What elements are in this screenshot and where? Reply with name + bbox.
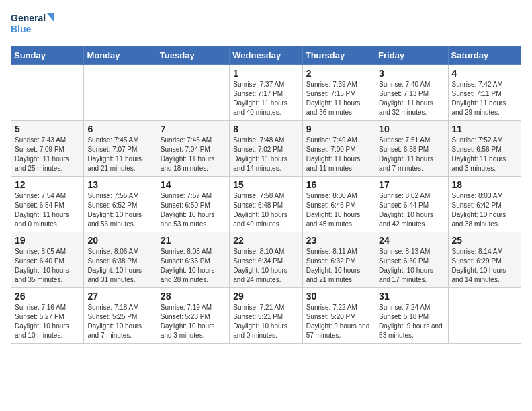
calendar-cell: 2Sunrise: 7:39 AM Sunset: 7:15 PM Daylig… [302, 65, 375, 121]
weekday-header-wednesday: Wednesday [230, 46, 302, 65]
calendar-cell: 23Sunrise: 8:11 AM Sunset: 6:32 PM Dayli… [302, 232, 375, 288]
day-number: 6 [87, 124, 152, 134]
calendar-cell: 24Sunrise: 8:13 AM Sunset: 6:30 PM Dayli… [375, 232, 448, 288]
calendar-cell: 11Sunrise: 7:52 AM Sunset: 6:56 PM Dayli… [448, 121, 521, 177]
weekday-header-thursday: Thursday [302, 46, 375, 65]
day-number: 15 [233, 179, 298, 190]
weekday-header-tuesday: Tuesday [157, 46, 229, 65]
day-number: 25 [452, 235, 517, 246]
calendar-cell: 31Sunrise: 7:24 AM Sunset: 5:18 PM Dayli… [375, 288, 448, 344]
day-number: 2 [306, 68, 371, 79]
day-number: 18 [452, 179, 517, 190]
day-number: 8 [233, 124, 298, 134]
calendar-cell: 16Sunrise: 8:00 AM Sunset: 6:46 PM Dayli… [302, 177, 375, 232]
calendar-cell: 7Sunrise: 7:46 AM Sunset: 7:04 PM Daylig… [157, 121, 229, 177]
calendar-cell: 12Sunrise: 7:54 AM Sunset: 6:54 PM Dayli… [11, 177, 84, 232]
calendar-table: SundayMondayTuesdayWednesdayThursdayFrid… [11, 46, 521, 344]
weekday-header-row: SundayMondayTuesdayWednesdayThursdayFrid… [11, 46, 521, 65]
day-number: 16 [306, 179, 371, 190]
calendar-cell [157, 65, 229, 121]
logo: General Blue [11, 11, 58, 39]
day-info: Sunrise: 7:57 AM Sunset: 6:50 PM Dayligh… [161, 191, 226, 229]
day-number: 29 [233, 291, 298, 302]
calendar-cell: 17Sunrise: 8:02 AM Sunset: 6:44 PM Dayli… [375, 177, 448, 232]
day-info: Sunrise: 7:39 AM Sunset: 7:15 PM Dayligh… [306, 80, 371, 118]
day-number: 17 [379, 179, 444, 190]
day-number: 21 [161, 235, 226, 246]
svg-marker-2 [47, 13, 54, 21]
day-info: Sunrise: 8:10 AM Sunset: 6:34 PM Dayligh… [233, 247, 298, 285]
week-row-5: 26Sunrise: 7:16 AM Sunset: 5:27 PM Dayli… [11, 288, 521, 344]
calendar-cell: 13Sunrise: 7:55 AM Sunset: 6:52 PM Dayli… [84, 177, 157, 232]
calendar-cell: 1Sunrise: 7:37 AM Sunset: 7:17 PM Daylig… [230, 65, 302, 121]
day-number: 11 [452, 124, 517, 134]
calendar-cell: 28Sunrise: 7:19 AM Sunset: 5:23 PM Dayli… [157, 288, 229, 344]
svg-text:Blue: Blue [11, 24, 32, 34]
day-number: 5 [15, 124, 80, 134]
day-number: 31 [379, 291, 444, 302]
calendar-cell: 27Sunrise: 7:18 AM Sunset: 5:25 PM Dayli… [84, 288, 157, 344]
calendar-cell: 18Sunrise: 8:03 AM Sunset: 6:42 PM Dayli… [448, 177, 521, 232]
day-info: Sunrise: 7:42 AM Sunset: 7:11 PM Dayligh… [452, 80, 517, 118]
calendar-cell: 14Sunrise: 7:57 AM Sunset: 6:50 PM Dayli… [157, 177, 229, 232]
calendar-cell: 10Sunrise: 7:51 AM Sunset: 6:58 PM Dayli… [375, 121, 448, 177]
day-info: Sunrise: 7:18 AM Sunset: 5:25 PM Dayligh… [87, 303, 152, 340]
calendar-cell: 30Sunrise: 7:22 AM Sunset: 5:20 PM Dayli… [302, 288, 375, 344]
logo-svg: General Blue [11, 11, 58, 39]
day-info: Sunrise: 7:19 AM Sunset: 5:23 PM Dayligh… [161, 303, 226, 340]
week-row-2: 5Sunrise: 7:43 AM Sunset: 7:09 PM Daylig… [11, 121, 521, 177]
day-number: 27 [87, 291, 152, 302]
calendar-cell: 26Sunrise: 7:16 AM Sunset: 5:27 PM Dayli… [11, 288, 84, 344]
day-number: 23 [306, 235, 371, 246]
calendar-cell: 25Sunrise: 8:14 AM Sunset: 6:29 PM Dayli… [448, 232, 521, 288]
calendar-cell: 20Sunrise: 8:06 AM Sunset: 6:38 PM Dayli… [84, 232, 157, 288]
calendar-cell: 4Sunrise: 7:42 AM Sunset: 7:11 PM Daylig… [448, 65, 521, 121]
calendar-cell: 22Sunrise: 8:10 AM Sunset: 6:34 PM Dayli… [230, 232, 302, 288]
day-info: Sunrise: 7:51 AM Sunset: 6:58 PM Dayligh… [379, 136, 444, 173]
day-info: Sunrise: 7:46 AM Sunset: 7:04 PM Dayligh… [161, 136, 226, 173]
calendar-cell: 5Sunrise: 7:43 AM Sunset: 7:09 PM Daylig… [11, 121, 84, 177]
day-number: 19 [15, 235, 80, 246]
day-number: 20 [87, 235, 152, 246]
day-number: 13 [87, 179, 152, 190]
weekday-header-monday: Monday [84, 46, 157, 65]
day-info: Sunrise: 7:55 AM Sunset: 6:52 PM Dayligh… [87, 191, 152, 229]
calendar-cell: 6Sunrise: 7:45 AM Sunset: 7:07 PM Daylig… [84, 121, 157, 177]
day-info: Sunrise: 7:24 AM Sunset: 5:18 PM Dayligh… [379, 303, 444, 340]
day-info: Sunrise: 8:08 AM Sunset: 6:36 PM Dayligh… [161, 247, 226, 285]
week-row-4: 19Sunrise: 8:05 AM Sunset: 6:40 PM Dayli… [11, 232, 521, 288]
day-number: 3 [379, 68, 444, 79]
day-info: Sunrise: 7:54 AM Sunset: 6:54 PM Dayligh… [15, 191, 80, 229]
day-info: Sunrise: 8:06 AM Sunset: 6:38 PM Dayligh… [87, 247, 152, 285]
day-info: Sunrise: 7:16 AM Sunset: 5:27 PM Dayligh… [15, 303, 80, 340]
calendar-cell: 29Sunrise: 7:21 AM Sunset: 5:21 PM Dayli… [230, 288, 302, 344]
page-header: General Blue [11, 11, 521, 39]
week-row-1: 1Sunrise: 7:37 AM Sunset: 7:17 PM Daylig… [11, 65, 521, 121]
day-info: Sunrise: 7:43 AM Sunset: 7:09 PM Dayligh… [15, 136, 80, 173]
day-info: Sunrise: 7:49 AM Sunset: 7:00 PM Dayligh… [306, 136, 371, 173]
calendar-cell [11, 65, 84, 121]
day-info: Sunrise: 8:14 AM Sunset: 6:29 PM Dayligh… [452, 247, 517, 285]
day-info: Sunrise: 8:05 AM Sunset: 6:40 PM Dayligh… [15, 247, 80, 285]
day-info: Sunrise: 7:45 AM Sunset: 7:07 PM Dayligh… [87, 136, 152, 173]
day-info: Sunrise: 7:21 AM Sunset: 5:21 PM Dayligh… [233, 303, 298, 340]
weekday-header-sunday: Sunday [11, 46, 84, 65]
calendar-cell: 21Sunrise: 8:08 AM Sunset: 6:36 PM Dayli… [157, 232, 229, 288]
day-number: 30 [306, 291, 371, 302]
weekday-header-friday: Friday [375, 46, 448, 65]
day-number: 28 [161, 291, 226, 302]
week-row-3: 12Sunrise: 7:54 AM Sunset: 6:54 PM Dayli… [11, 177, 521, 232]
calendar-cell [84, 65, 157, 121]
calendar-cell [448, 288, 521, 344]
day-number: 4 [452, 68, 517, 79]
weekday-header-saturday: Saturday [448, 46, 521, 65]
calendar-cell: 8Sunrise: 7:48 AM Sunset: 7:02 PM Daylig… [230, 121, 302, 177]
day-number: 7 [161, 124, 226, 134]
day-number: 10 [379, 124, 444, 134]
day-number: 22 [233, 235, 298, 246]
day-info: Sunrise: 8:02 AM Sunset: 6:44 PM Dayligh… [379, 191, 444, 229]
calendar-cell: 3Sunrise: 7:40 AM Sunset: 7:13 PM Daylig… [375, 65, 448, 121]
day-info: Sunrise: 7:48 AM Sunset: 7:02 PM Dayligh… [233, 136, 298, 173]
calendar-cell: 9Sunrise: 7:49 AM Sunset: 7:00 PM Daylig… [302, 121, 375, 177]
day-number: 12 [15, 179, 80, 190]
